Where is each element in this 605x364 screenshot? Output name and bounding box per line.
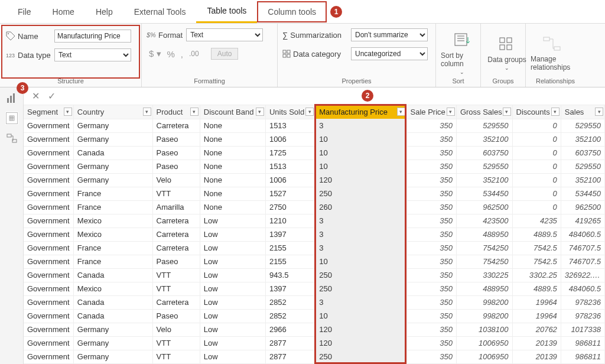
table-cell[interactable]: France bbox=[73, 200, 152, 214]
table-row[interactable]: GovernmentGermanyVeloNone100612035035210… bbox=[24, 173, 605, 187]
table-cell[interactable]: Low bbox=[200, 350, 265, 363]
table-row[interactable]: GovernmentFranceVTTNone15272503505344500… bbox=[24, 187, 605, 200]
table-cell[interactable]: 986811 bbox=[561, 350, 604, 363]
table-cell[interactable]: Low bbox=[200, 295, 265, 309]
table-row[interactable]: GovernmentFrancePaseoLow2155103507542507… bbox=[24, 255, 605, 268]
table-cell[interactable]: 350 bbox=[406, 187, 456, 200]
table-cell[interactable]: 0 bbox=[512, 119, 561, 132]
table-cell[interactable]: 529550 bbox=[456, 119, 512, 132]
table-cell[interactable]: VTT bbox=[152, 282, 200, 295]
menu-home[interactable]: Home bbox=[42, 1, 85, 22]
table-row[interactable]: GovernmentGermanyVTTLow28772503501006950… bbox=[24, 350, 605, 363]
table-cell[interactable]: 534450 bbox=[456, 187, 512, 200]
table-cell[interactable]: 488950 bbox=[456, 228, 512, 241]
table-cell[interactable]: 534450 bbox=[561, 187, 604, 200]
menu-column-tools[interactable]: Column tools bbox=[257, 1, 327, 22]
table-cell[interactable]: Germany bbox=[73, 119, 152, 132]
table-cell[interactable]: 250 bbox=[315, 268, 406, 282]
table-cell[interactable]: 0 bbox=[512, 160, 561, 173]
table-cell[interactable]: 962500 bbox=[456, 200, 512, 214]
table-cell[interactable]: 250 bbox=[315, 282, 406, 295]
table-row[interactable]: GovernmentMexicoCarreteraLow121033504235… bbox=[24, 214, 605, 228]
table-cell[interactable]: 350 bbox=[406, 282, 456, 295]
table-cell[interactable]: 10 bbox=[315, 255, 406, 268]
table-cell[interactable]: None bbox=[200, 132, 265, 146]
cancel-formula-icon[interactable]: ✕ bbox=[32, 90, 40, 102]
table-cell[interactable]: Canada bbox=[73, 309, 152, 323]
table-cell[interactable]: Government bbox=[24, 132, 73, 146]
table-row[interactable]: GovernmentGermanyVeloLow2966120350103810… bbox=[24, 323, 605, 336]
data-view-icon[interactable] bbox=[6, 112, 18, 124]
table-cell[interactable]: Germany bbox=[73, 336, 152, 350]
column-filter-icon[interactable]: ▾ bbox=[143, 108, 151, 116]
table-cell[interactable]: 350 bbox=[406, 350, 456, 363]
table-cell[interactable]: 2852 bbox=[265, 295, 315, 309]
table-cell[interactable]: Low bbox=[200, 241, 265, 255]
column-filter-icon[interactable]: ▾ bbox=[503, 108, 511, 116]
table-cell[interactable]: Carretera bbox=[152, 241, 200, 255]
column-header[interactable]: Country▾ bbox=[73, 105, 152, 119]
menu-file[interactable]: File bbox=[7, 1, 42, 22]
table-cell[interactable]: 0 bbox=[512, 146, 561, 160]
table-cell[interactable]: 350 bbox=[406, 295, 456, 309]
table-cell[interactable]: Government bbox=[24, 336, 73, 350]
table-cell[interactable]: Paseo bbox=[152, 255, 200, 268]
table-cell[interactable]: 250 bbox=[315, 187, 406, 200]
currency-icon[interactable]: $ ▾ bbox=[149, 48, 161, 59]
table-cell[interactable]: 746707.5 bbox=[561, 255, 604, 268]
table-cell[interactable]: France bbox=[73, 255, 152, 268]
table-cell[interactable]: 352100 bbox=[456, 132, 512, 146]
table-cell[interactable]: 1210 bbox=[265, 214, 315, 228]
table-cell[interactable]: 1017338 bbox=[561, 323, 604, 336]
table-cell[interactable]: Government bbox=[24, 160, 73, 173]
table-cell[interactable]: 484060.5 bbox=[561, 228, 604, 241]
table-cell[interactable]: VTT bbox=[152, 268, 200, 282]
column-header[interactable]: Sales▾ bbox=[561, 105, 604, 119]
table-cell[interactable]: 7542.5 bbox=[512, 241, 561, 255]
table-cell[interactable]: 3 bbox=[315, 295, 406, 309]
summarization-select[interactable]: Don't summarize bbox=[351, 28, 428, 41]
menu-table-tools[interactable]: Table tools bbox=[196, 0, 257, 23]
table-cell[interactable]: Mexico bbox=[73, 228, 152, 241]
table-cell[interactable]: Amarilla bbox=[152, 200, 200, 214]
table-cell[interactable]: Carretera bbox=[152, 228, 200, 241]
table-cell[interactable]: VTT bbox=[152, 350, 200, 363]
table-cell[interactable]: Carretera bbox=[152, 295, 200, 309]
table-cell[interactable]: 978236 bbox=[561, 309, 604, 323]
table-cell[interactable]: 986811 bbox=[561, 336, 604, 350]
table-cell[interactable]: Low bbox=[200, 323, 265, 336]
table-cell[interactable]: 20139 bbox=[512, 336, 561, 350]
table-cell[interactable]: 352100 bbox=[561, 132, 604, 146]
table-cell[interactable]: None bbox=[200, 146, 265, 160]
decimal-icon[interactable]: .00 bbox=[189, 50, 199, 58]
table-cell[interactable]: 419265 bbox=[561, 214, 604, 228]
table-cell[interactable]: Carretera bbox=[152, 119, 200, 132]
table-cell[interactable]: France bbox=[73, 187, 152, 200]
table-cell[interactable]: 0 bbox=[512, 187, 561, 200]
table-cell[interactable]: 7542.5 bbox=[512, 255, 561, 268]
table-cell[interactable]: 1725 bbox=[265, 146, 315, 160]
table-cell[interactable]: 2877 bbox=[265, 350, 315, 363]
table-cell[interactable]: Canada bbox=[73, 295, 152, 309]
table-row[interactable]: GovernmentGermanyVTTLow28771203501006950… bbox=[24, 336, 605, 350]
table-cell[interactable]: 3 bbox=[315, 241, 406, 255]
table-cell[interactable]: 120 bbox=[315, 336, 406, 350]
column-header[interactable]: Product▾ bbox=[152, 105, 200, 119]
table-cell[interactable]: Government bbox=[24, 187, 73, 200]
table-cell[interactable]: 330225 bbox=[456, 268, 512, 282]
column-header[interactable]: Manufacturing Price▾ bbox=[315, 105, 406, 119]
table-row[interactable]: GovernmentGermanyPaseoNone10061035035210… bbox=[24, 132, 605, 146]
table-cell[interactable]: 0 bbox=[512, 173, 561, 187]
format-select[interactable]: Text bbox=[186, 28, 263, 41]
table-cell[interactable]: Germany bbox=[73, 350, 152, 363]
table-cell[interactable]: Government bbox=[24, 268, 73, 282]
table-cell[interactable]: 350 bbox=[406, 228, 456, 241]
table-cell[interactable]: Low bbox=[200, 228, 265, 241]
table-cell[interactable]: None bbox=[200, 187, 265, 200]
table-cell[interactable]: 2852 bbox=[265, 309, 315, 323]
table-cell[interactable]: 326922.75 bbox=[561, 268, 604, 282]
column-filter-icon[interactable]: ▾ bbox=[190, 108, 199, 116]
table-cell[interactable]: Low bbox=[200, 336, 265, 350]
table-cell[interactable]: 998200 bbox=[456, 309, 512, 323]
table-cell[interactable]: 350 bbox=[406, 255, 456, 268]
